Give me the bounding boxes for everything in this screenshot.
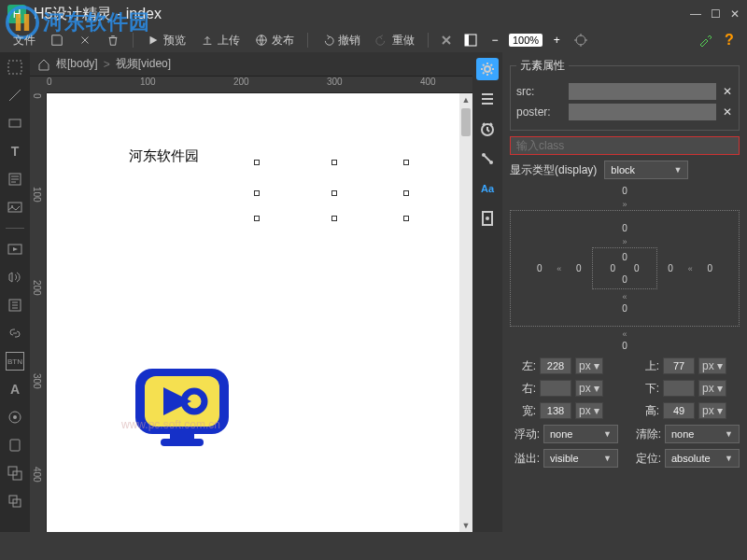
- menu-publish[interactable]: 发布: [249, 31, 300, 50]
- bottom-input[interactable]: [663, 380, 695, 397]
- breadcrumb: 根[body] > 视频[video]: [30, 52, 472, 77]
- tool-audio-icon[interactable]: [6, 268, 24, 287]
- tool-note-icon[interactable]: [6, 170, 24, 189]
- element-attrs-section: 元素属性 src:✕ poster:✕: [510, 58, 740, 131]
- canvas-watermark: www.pc.soft.com.cn: [121, 418, 220, 431]
- svg-rect-27: [161, 439, 204, 446]
- clear-select[interactable]: none▼: [665, 425, 740, 443]
- height-unit[interactable]: px▾: [698, 402, 726, 419]
- svg-point-17: [13, 415, 17, 419]
- tool-button-icon[interactable]: BTN: [6, 352, 24, 371]
- src-input[interactable]: [569, 83, 716, 100]
- tool-panel-icon[interactable]: [460, 30, 481, 50]
- class-input[interactable]: [510, 136, 740, 155]
- properties-panel: 元素属性 src:✕ poster:✕ 显示类型(display) block▼…: [502, 52, 747, 532]
- tool-target2-icon[interactable]: [6, 408, 24, 427]
- left-unit[interactable]: px▾: [575, 357, 603, 374]
- zoom-level[interactable]: 100%: [509, 34, 543, 47]
- menu-trash[interactable]: [101, 32, 125, 49]
- poster-clear-icon[interactable]: ✕: [722, 105, 733, 119]
- width-input[interactable]: [540, 402, 571, 419]
- svg-point-8: [576, 35, 585, 45]
- tool-image-icon[interactable]: [6, 198, 24, 217]
- breadcrumb-current[interactable]: 视频[video]: [116, 56, 171, 72]
- tool-select-icon[interactable]: [6, 58, 24, 77]
- src-clear-icon[interactable]: ✕: [722, 85, 733, 98]
- tool-link-icon[interactable]: [6, 324, 24, 343]
- menu-undo[interactable]: 撤销: [316, 31, 366, 50]
- maximize-icon[interactable]: ☐: [711, 7, 721, 21]
- tool-list-icon[interactable]: [6, 296, 24, 315]
- midtab-aa-icon[interactable]: Aa: [476, 177, 499, 200]
- minimize-icon[interactable]: —: [690, 7, 701, 21]
- height-input[interactable]: [663, 402, 695, 419]
- scroll-up-icon: ▲: [459, 93, 472, 106]
- left-toolbar: T BTN A: [0, 52, 30, 532]
- midtab-settings-icon[interactable]: [476, 58, 499, 80]
- tool-copy-icon[interactable]: [6, 492, 24, 511]
- tool-target-icon[interactable]: [571, 30, 591, 50]
- close-icon[interactable]: ✕: [730, 7, 740, 21]
- scroll-down-icon: ▼: [459, 519, 472, 532]
- menu-upload[interactable]: 上传: [195, 31, 246, 50]
- svg-rect-18: [10, 440, 20, 451]
- canvas-text[interactable]: 河东软件园: [129, 147, 199, 165]
- position-select[interactable]: absolute▼: [665, 449, 740, 468]
- midtab-flow-icon[interactable]: [476, 147, 499, 170]
- left-input[interactable]: [540, 357, 571, 374]
- right-unit[interactable]: px▾: [575, 380, 603, 397]
- right-input[interactable]: [540, 380, 571, 397]
- menu-cut[interactable]: [73, 32, 97, 49]
- help-icon[interactable]: ?: [719, 30, 740, 50]
- svg-rect-9: [8, 61, 21, 74]
- top-unit[interactable]: px▾: [698, 357, 726, 374]
- midtab-doc-icon[interactable]: [476, 207, 499, 230]
- menubar: 文件 预览 上传 发布 撤销 重做 − 100% + ?: [0, 28, 747, 52]
- tool-group-icon[interactable]: [6, 464, 24, 483]
- tool-a-icon[interactable]: A: [6, 380, 24, 399]
- mid-toolbar: Aa: [472, 52, 502, 532]
- tool-x-icon[interactable]: [436, 30, 457, 50]
- midtab-list-icon[interactable]: [476, 88, 499, 110]
- eyedropper-icon[interactable]: [695, 30, 715, 50]
- ruler-horizontal: 0 100 200 300 400: [47, 77, 472, 93]
- menu-redo[interactable]: 重做: [370, 31, 420, 50]
- zoom-out-icon[interactable]: −: [485, 30, 505, 50]
- tool-device-icon[interactable]: [6, 436, 24, 455]
- svg-point-28: [485, 66, 490, 72]
- tool-rect-icon[interactable]: [6, 114, 24, 133]
- svg-rect-7: [465, 35, 469, 46]
- menu-save[interactable]: [45, 32, 69, 49]
- tool-text-icon[interactable]: T: [6, 142, 24, 161]
- vertical-scrollbar[interactable]: ▲ ▼: [459, 93, 472, 532]
- home-icon[interactable]: [37, 58, 50, 71]
- menu-file[interactable]: 文件: [7, 31, 41, 50]
- breadcrumb-root[interactable]: 根[body]: [56, 56, 98, 72]
- width-unit[interactable]: px▾: [575, 402, 603, 419]
- svg-rect-12: [8, 203, 21, 212]
- display-select[interactable]: block▼: [604, 161, 688, 179]
- selection-box[interactable]: [257, 162, 406, 218]
- box-model[interactable]: 0 » 0 » 0« 0 0 00 0 0 «0 « 0: [510, 185, 740, 352]
- top-input[interactable]: [663, 357, 695, 374]
- ruler-vertical: 0 100 200 300 400: [30, 93, 47, 532]
- zoom-in-icon[interactable]: +: [546, 30, 567, 50]
- poster-input[interactable]: [569, 104, 716, 120]
- svg-rect-10: [9, 119, 21, 127]
- tool-video-icon[interactable]: [6, 240, 24, 259]
- midtab-clock-icon[interactable]: [476, 118, 499, 140]
- menu-preview[interactable]: 预览: [141, 31, 191, 50]
- overflow-select[interactable]: visible▼: [543, 449, 618, 468]
- bottom-unit[interactable]: px▾: [698, 380, 726, 397]
- float-select[interactable]: none▼: [543, 425, 618, 443]
- canvas-logo-icon[interactable]: [131, 364, 233, 448]
- canvas[interactable]: 河东软件园 www.pc.soft.com.cn: [47, 93, 459, 532]
- tool-line-icon[interactable]: [6, 86, 24, 105]
- svg-point-33: [486, 217, 489, 220]
- chevron-down-icon: ▼: [673, 165, 682, 175]
